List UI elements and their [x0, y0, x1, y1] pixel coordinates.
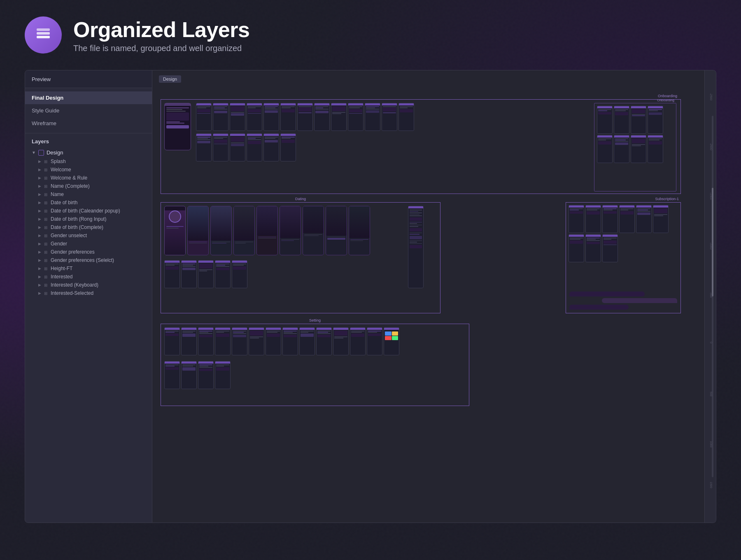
portrait-phone-8 [326, 206, 347, 255]
layer-label-height: Height-FT [51, 266, 72, 271]
mini-phone [614, 106, 629, 134]
mini-phone [198, 260, 214, 288]
mini-phone [181, 361, 197, 389]
layer-item-gender-prefs-select[interactable]: ▶ ⊞ Gender preferences (Selelct) [35, 256, 145, 264]
layer-item-height[interactable]: ▶ ⊞ Height-FT [35, 264, 145, 273]
layer-item-gender[interactable]: ▶ ⊞ Gender [35, 240, 145, 248]
large-phone-1 [164, 103, 191, 150]
layer-item-dob-complete[interactable]: ▶ ⊞ Date of birth (Complete) [35, 223, 145, 231]
sidebar-header: Preview [25, 70, 152, 88]
design-tab[interactable]: Design [159, 75, 181, 83]
mini-phone [331, 103, 347, 131]
design-frame-icon [38, 150, 44, 156]
nav-item-final-design[interactable]: Final Design [25, 91, 152, 104]
layer-item-dob[interactable]: ▶ ⊞ Date of birth [35, 198, 145, 207]
mini-phone [247, 133, 262, 161]
mini-phone [230, 133, 245, 161]
layer-label-gender-prefs: Gender preferences [51, 249, 95, 255]
mini-phone [602, 234, 618, 262]
portrait-phone-6 [280, 206, 301, 255]
mini-phone [215, 361, 231, 389]
mini-phone [213, 103, 228, 131]
drag-icon: ⊞ [44, 225, 49, 230]
ruler-label-1000p: 1000 [710, 441, 713, 448]
layer-label-welcome: Welcome [51, 167, 71, 173]
portrait-phones [164, 206, 370, 255]
drag-icon: ⊞ [44, 242, 49, 246]
layer-item-gender-prefs[interactable]: ▶ ⊞ Gender preferences [35, 248, 145, 256]
layer-label-dob-wrong: Date of birth (Rong Input) [51, 216, 106, 222]
layer-label-name: Name [51, 191, 64, 197]
content-area: Preview Final Design Style Guide Wirefra… [25, 70, 716, 523]
mini-phone [297, 103, 313, 131]
drag-icon: ⊞ [44, 192, 49, 197]
setting-section: Setting [161, 324, 469, 406]
layer-arrow-icon: ▶ [38, 233, 42, 238]
layer-arrow-icon: ▶ [38, 225, 42, 229]
svg-rect-1 [37, 32, 50, 35]
drag-icon: ⊞ [44, 266, 49, 271]
layer-item-gender-unselect[interactable]: ▶ ⊞ Gender unselect [35, 231, 145, 240]
layer-item-interested-keyboard[interactable]: ▶ ⊞ Interested (Keyboard) [35, 281, 145, 289]
svg-rect-0 [37, 36, 50, 38]
mini-phone [299, 327, 315, 355]
portrait-phone-9 [349, 206, 370, 255]
layer-item-dob-calendar[interactable]: ▶ ⊞ Date of birth (Caleander popup) [35, 207, 145, 215]
mini-phone [232, 260, 247, 288]
layer-label-dob: Date of birth [51, 200, 77, 205]
layers-title: Layers [32, 138, 145, 145]
layer-item-splash[interactable]: ▶ ⊞ Splash [35, 157, 145, 166]
setting-phones-row2 [164, 361, 231, 389]
mini-phone [280, 133, 296, 161]
secondary-label: Onboarding [657, 98, 674, 102]
drag-icon: ⊞ [44, 283, 49, 287]
design-parent[interactable]: ▼ Design [32, 148, 145, 157]
layer-arrow-icon: ▶ [38, 201, 42, 205]
layer-item-dob-wrong[interactable]: ▶ ⊞ Date of birth (Rong Input) [35, 215, 145, 223]
mini-phone [215, 327, 231, 355]
mini-phone [263, 103, 279, 131]
drag-icon: ⊞ [44, 184, 49, 189]
scrollbar-area[interactable]: -2500 -2000 -1500 -1000 -500 0 500 1000 … [704, 70, 716, 523]
ruler-label-2000: -2000 [710, 143, 713, 150]
mini-phone [196, 103, 212, 131]
mini-phone [398, 103, 414, 131]
mini-phone [648, 135, 663, 163]
layer-item-interested[interactable]: ▶ ⊞ Interested [35, 273, 145, 281]
mini-phone [631, 106, 646, 134]
nav-item-style-guide[interactable]: Style Guide [25, 104, 152, 117]
mini-phone [585, 205, 601, 233]
mini-phone [198, 361, 214, 389]
layer-list: ▶ ⊞ Splash ▶ ⊞ Welcome ▶ ⊞ Welcome & Rul… [32, 157, 145, 297]
setting-phones [164, 327, 465, 355]
layers-section: Layers ▼ Design ▶ ⊞ Splash ▶ [25, 133, 152, 299]
layer-arrow-icon: ▶ [38, 291, 42, 295]
nav-item-wireframe[interactable]: Wireframe [25, 117, 152, 130]
mini-phone [196, 133, 212, 161]
mini-phone [282, 327, 298, 355]
layer-item-name[interactable]: ▶ ⊞ Name [35, 190, 145, 198]
portrait-phone-1 [164, 206, 186, 255]
mini-phone [232, 327, 247, 355]
layer-item-name-complete[interactable]: ▶ ⊞ Name (Complete) [35, 182, 145, 190]
ruler-label-500p: 500 [710, 392, 713, 397]
layer-label-interested: Interested [51, 274, 72, 280]
drag-icon: ⊞ [44, 168, 49, 172]
onboarding-section: Onboarding [161, 99, 681, 194]
layer-arrow-icon: ▶ [38, 242, 42, 246]
portrait-phone-3 [210, 206, 232, 255]
mini-phone [198, 327, 214, 355]
mini-phone [382, 103, 397, 131]
layer-item-welcome[interactable]: ▶ ⊞ Welcome [35, 166, 145, 174]
layer-item-interested-selected[interactable]: ▶ ⊞ Interested-Selected [35, 289, 145, 297]
preview-label: Preview [32, 76, 51, 82]
header-text: Organized Layers The file is named, grou… [73, 17, 249, 53]
logo-circle [25, 16, 62, 54]
layer-item-welcome-rule[interactable]: ▶ ⊞ Welcome & Rule [35, 174, 145, 182]
mini-phone [314, 103, 330, 131]
drag-icon: ⊞ [44, 291, 49, 296]
mini-phone [597, 106, 613, 134]
main-container: Organized Layers The file is named, grou… [0, 0, 741, 560]
portrait-phone-4 [233, 206, 255, 255]
portrait-phone-7 [303, 206, 324, 255]
